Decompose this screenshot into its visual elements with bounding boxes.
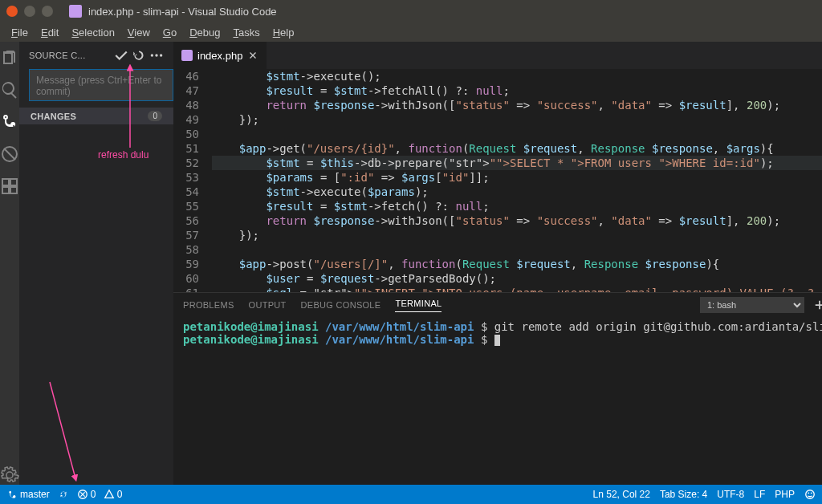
php-file-icon <box>181 50 193 61</box>
window-close-icon[interactable] <box>6 6 18 17</box>
menu-edit[interactable]: Edit <box>36 25 63 40</box>
tab-label: index.php <box>197 50 242 62</box>
explorer-icon[interactable] <box>0 48 19 67</box>
terminal-cursor <box>494 335 500 346</box>
svg-point-1 <box>151 54 153 56</box>
status-sync[interactable] <box>58 489 69 500</box>
changes-label: CHANGES <box>31 112 148 121</box>
changes-count-badge: 0 <box>148 111 162 121</box>
panel: PROBLEMS OUTPUT DEBUG CONSOLE TERMINAL 1… <box>173 292 822 485</box>
panel-tabs: PROBLEMS OUTPUT DEBUG CONSOLE TERMINAL 1… <box>173 293 822 317</box>
svg-point-2 <box>155 54 157 56</box>
svg-point-3 <box>160 54 162 56</box>
code-editor[interactable]: 46474849505152535455565758596061 $stmt->… <box>173 69 822 292</box>
annotation-refresh-label: refresh dulu <box>98 149 149 161</box>
window-maximize-icon[interactable] <box>42 6 53 17</box>
line-numbers: 46474849505152535455565758596061 <box>173 69 212 292</box>
sidebar-header: SOURCE C... <box>19 42 173 69</box>
window-minimize-icon[interactable] <box>24 6 35 17</box>
svg-point-16 <box>806 490 815 499</box>
menu-selection[interactable]: Selection <box>67 25 119 40</box>
statusbar: master 0 0 Ln 52, Col 22 Tab Size: 4 UTF… <box>0 485 822 504</box>
changes-section[interactable]: CHANGES 0 <box>19 108 173 124</box>
panel-tab-output[interactable]: OUTPUT <box>249 300 287 310</box>
panel-tab-debug-console[interactable]: DEBUG CONSOLE <box>301 300 381 310</box>
settings-gear-icon[interactable] <box>0 465 19 485</box>
extensions-icon[interactable] <box>0 177 19 196</box>
status-branch[interactable]: master <box>6 489 50 500</box>
status-language[interactable]: PHP <box>775 489 795 500</box>
status-encoding[interactable]: UTF-8 <box>717 489 744 500</box>
new-terminal-icon[interactable] <box>814 299 822 311</box>
status-feedback-icon[interactable] <box>804 489 816 500</box>
editor-area: index.php 464748495051525354555657585960… <box>173 42 822 485</box>
panel-tab-problems[interactable]: PROBLEMS <box>183 300 234 310</box>
debug-icon[interactable] <box>0 144 19 164</box>
menu-debug[interactable]: Debug <box>185 25 225 40</box>
status-errors[interactable]: 0 0 <box>77 489 123 500</box>
tab-close-icon[interactable] <box>247 50 258 61</box>
editor-tabs: index.php <box>173 42 822 69</box>
menu-tasks[interactable]: Tasks <box>228 25 264 40</box>
status-tabsize[interactable]: Tab Size: 4 <box>660 489 707 500</box>
commit-check-icon[interactable] <box>114 48 128 63</box>
panel-tab-terminal[interactable]: TERMINAL <box>395 299 442 312</box>
menu-view[interactable]: View <box>123 25 155 40</box>
status-cursor-position[interactable]: Ln 52, Col 22 <box>593 489 650 500</box>
window-titlebar: index.php - slim-api - Visual Studio Cod… <box>0 0 822 22</box>
more-actions-icon[interactable] <box>149 48 164 63</box>
refresh-icon[interactable] <box>132 48 146 63</box>
source-control-icon[interactable] <box>0 112 19 132</box>
status-eol[interactable]: LF <box>754 489 765 500</box>
app-icon <box>69 5 82 18</box>
menu-file[interactable]: File <box>6 25 33 40</box>
menubar: File Edit Selection View Go Debug Tasks … <box>0 22 822 42</box>
sidebar: SOURCE C... Message (press Ctrl+Enter to… <box>19 42 173 485</box>
commit-message-input[interactable]: Message (press Ctrl+Enter to commit) <box>29 69 173 101</box>
sidebar-title: SOURCE C... <box>29 51 111 60</box>
svg-point-18 <box>811 492 812 494</box>
activity-bar <box>0 42 19 485</box>
menu-help[interactable]: Help <box>268 25 299 40</box>
window-title: index.php - slim-api - Visual Studio Cod… <box>88 6 277 18</box>
tab-index-php[interactable]: index.php <box>173 42 267 69</box>
terminal-output[interactable]: petanikode@imajinasi /var/www/html/slim-… <box>173 317 822 485</box>
menu-go[interactable]: Go <box>158 25 181 40</box>
search-icon[interactable] <box>0 80 19 100</box>
code-content[interactable]: $stmt->execute(); $result = $stmt->fetch… <box>212 69 822 292</box>
svg-point-17 <box>808 492 809 494</box>
terminal-selector[interactable]: 1: bash <box>700 297 804 313</box>
